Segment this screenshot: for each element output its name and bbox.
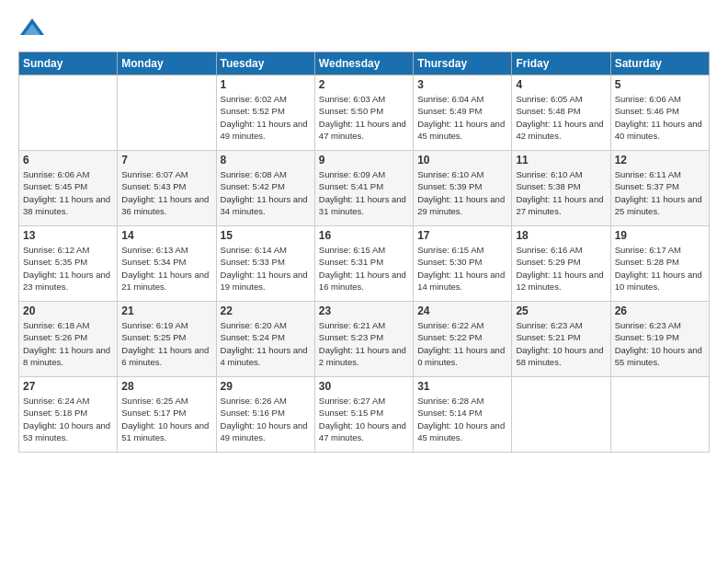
- day-number: 3: [417, 78, 507, 91]
- day-number: 2: [319, 78, 409, 91]
- calendar-cell: 31Sunrise: 6:28 AMSunset: 5:14 PMDayligh…: [414, 377, 512, 453]
- calendar-cell: 16Sunrise: 6:15 AMSunset: 5:31 PMDayligh…: [314, 226, 413, 302]
- logo-icon: [18, 15, 46, 42]
- day-info: Sunrise: 6:14 AMSunset: 5:33 PMDaylight:…: [221, 244, 311, 293]
- day-number: 26: [615, 304, 705, 317]
- calendar-cell: 1Sunrise: 6:02 AMSunset: 5:52 PMDaylight…: [216, 75, 314, 151]
- day-info: Sunrise: 6:05 AMSunset: 5:48 PMDaylight:…: [516, 93, 606, 142]
- day-number: 6: [23, 154, 113, 167]
- day-number: 31: [417, 380, 507, 393]
- day-number: 21: [121, 304, 211, 317]
- calendar-cell: 9Sunrise: 6:09 AMSunset: 5:41 PMDaylight…: [314, 151, 413, 226]
- day-info: Sunrise: 6:11 AMSunset: 5:37 PMDaylight:…: [615, 168, 705, 217]
- col-header-wednesday: Wednesday: [314, 52, 413, 75]
- day-info: Sunrise: 6:10 AMSunset: 5:39 PMDaylight:…: [417, 168, 507, 217]
- day-number: 30: [319, 380, 409, 393]
- calendar-table: SundayMondayTuesdayWednesdayThursdayFrid…: [18, 52, 710, 453]
- calendar-cell: 20Sunrise: 6:18 AMSunset: 5:26 PMDayligh…: [19, 302, 118, 377]
- week-row-3: 13Sunrise: 6:12 AMSunset: 5:35 PMDayligh…: [19, 226, 710, 302]
- day-info: Sunrise: 6:06 AMSunset: 5:46 PMDaylight:…: [615, 93, 705, 142]
- day-info: Sunrise: 6:06 AMSunset: 5:45 PMDaylight:…: [23, 168, 113, 217]
- calendar-cell: 25Sunrise: 6:23 AMSunset: 5:21 PMDayligh…: [512, 302, 610, 377]
- day-info: Sunrise: 6:21 AMSunset: 5:23 PMDaylight:…: [319, 319, 409, 368]
- calendar-cell: 18Sunrise: 6:16 AMSunset: 5:29 PMDayligh…: [512, 226, 610, 302]
- calendar-cell: 12Sunrise: 6:11 AMSunset: 5:37 PMDayligh…: [610, 151, 709, 226]
- calendar-cell: 2Sunrise: 6:03 AMSunset: 5:50 PMDaylight…: [314, 75, 413, 151]
- calendar-cell: 26Sunrise: 6:23 AMSunset: 5:19 PMDayligh…: [610, 302, 709, 377]
- col-header-thursday: Thursday: [414, 52, 512, 75]
- header: [18, 15, 710, 42]
- logo: [18, 15, 50, 42]
- day-number: 23: [319, 304, 409, 317]
- day-info: Sunrise: 6:04 AMSunset: 5:49 PMDaylight:…: [417, 93, 507, 142]
- col-header-friday: Friday: [512, 52, 610, 75]
- day-info: Sunrise: 6:25 AMSunset: 5:17 PMDaylight:…: [121, 395, 211, 443]
- calendar-cell: 11Sunrise: 6:10 AMSunset: 5:38 PMDayligh…: [512, 151, 610, 226]
- calendar-cell: 4Sunrise: 6:05 AMSunset: 5:48 PMDaylight…: [512, 75, 610, 151]
- col-header-tuesday: Tuesday: [216, 52, 314, 75]
- day-number: 22: [221, 304, 311, 317]
- day-number: 8: [221, 154, 311, 167]
- day-info: Sunrise: 6:26 AMSunset: 5:16 PMDaylight:…: [221, 395, 311, 443]
- day-number: 17: [417, 229, 507, 242]
- day-info: Sunrise: 6:08 AMSunset: 5:42 PMDaylight:…: [221, 168, 311, 217]
- day-number: 12: [615, 154, 705, 167]
- calendar-cell: 3Sunrise: 6:04 AMSunset: 5:49 PMDaylight…: [414, 75, 512, 151]
- day-info: Sunrise: 6:18 AMSunset: 5:26 PMDaylight:…: [23, 319, 113, 368]
- day-info: Sunrise: 6:07 AMSunset: 5:43 PMDaylight:…: [121, 168, 211, 217]
- calendar-cell: 7Sunrise: 6:07 AMSunset: 5:43 PMDaylight…: [118, 151, 216, 226]
- day-info: Sunrise: 6:17 AMSunset: 5:28 PMDaylight:…: [615, 244, 705, 293]
- day-number: 29: [221, 380, 311, 393]
- calendar-cell: 30Sunrise: 6:27 AMSunset: 5:15 PMDayligh…: [314, 377, 413, 453]
- calendar-cell: 15Sunrise: 6:14 AMSunset: 5:33 PMDayligh…: [216, 226, 314, 302]
- day-number: 5: [615, 78, 705, 91]
- day-info: Sunrise: 6:19 AMSunset: 5:25 PMDaylight:…: [121, 319, 211, 368]
- day-info: Sunrise: 6:27 AMSunset: 5:15 PMDaylight:…: [319, 395, 409, 443]
- col-header-saturday: Saturday: [610, 52, 709, 75]
- day-info: Sunrise: 6:20 AMSunset: 5:24 PMDaylight:…: [221, 319, 311, 368]
- week-row-1: 1Sunrise: 6:02 AMSunset: 5:52 PMDaylight…: [19, 75, 710, 151]
- calendar-cell: [118, 75, 216, 151]
- day-info: Sunrise: 6:28 AMSunset: 5:14 PMDaylight:…: [417, 395, 507, 443]
- day-number: 9: [319, 154, 409, 167]
- day-number: 7: [121, 154, 211, 167]
- calendar-cell: 29Sunrise: 6:26 AMSunset: 5:16 PMDayligh…: [216, 377, 314, 453]
- calendar-cell: 17Sunrise: 6:15 AMSunset: 5:30 PMDayligh…: [414, 226, 512, 302]
- day-info: Sunrise: 6:15 AMSunset: 5:30 PMDaylight:…: [417, 244, 507, 293]
- calendar-cell: 19Sunrise: 6:17 AMSunset: 5:28 PMDayligh…: [610, 226, 709, 302]
- day-number: 18: [516, 229, 606, 242]
- calendar-cell: 10Sunrise: 6:10 AMSunset: 5:39 PMDayligh…: [414, 151, 512, 226]
- calendar-cell: 8Sunrise: 6:08 AMSunset: 5:42 PMDaylight…: [216, 151, 314, 226]
- day-number: 19: [615, 229, 705, 242]
- day-number: 25: [516, 304, 606, 317]
- day-info: Sunrise: 6:12 AMSunset: 5:35 PMDaylight:…: [23, 244, 113, 293]
- col-header-sunday: Sunday: [19, 52, 118, 75]
- page: SundayMondayTuesdayWednesdayThursdayFrid…: [0, 0, 728, 462]
- calendar-cell: 27Sunrise: 6:24 AMSunset: 5:18 PMDayligh…: [19, 377, 118, 453]
- day-number: 13: [23, 229, 113, 242]
- calendar-cell: 5Sunrise: 6:06 AMSunset: 5:46 PMDaylight…: [610, 75, 709, 151]
- day-info: Sunrise: 6:03 AMSunset: 5:50 PMDaylight:…: [319, 93, 409, 142]
- calendar-cell: [512, 377, 610, 453]
- day-info: Sunrise: 6:23 AMSunset: 5:19 PMDaylight:…: [615, 319, 705, 368]
- header-row: SundayMondayTuesdayWednesdayThursdayFrid…: [19, 52, 710, 75]
- day-info: Sunrise: 6:02 AMSunset: 5:52 PMDaylight:…: [221, 93, 311, 142]
- day-info: Sunrise: 6:16 AMSunset: 5:29 PMDaylight:…: [516, 244, 606, 293]
- calendar-cell: 21Sunrise: 6:19 AMSunset: 5:25 PMDayligh…: [118, 302, 216, 377]
- day-number: 16: [319, 229, 409, 242]
- day-number: 1: [221, 78, 311, 91]
- calendar-cell: [19, 75, 118, 151]
- calendar-cell: 23Sunrise: 6:21 AMSunset: 5:23 PMDayligh…: [314, 302, 413, 377]
- calendar-cell: 24Sunrise: 6:22 AMSunset: 5:22 PMDayligh…: [414, 302, 512, 377]
- day-number: 28: [121, 380, 211, 393]
- week-row-2: 6Sunrise: 6:06 AMSunset: 5:45 PMDaylight…: [19, 151, 710, 226]
- week-row-5: 27Sunrise: 6:24 AMSunset: 5:18 PMDayligh…: [19, 377, 710, 453]
- day-number: 11: [516, 154, 606, 167]
- calendar-cell: 28Sunrise: 6:25 AMSunset: 5:17 PMDayligh…: [118, 377, 216, 453]
- day-info: Sunrise: 6:09 AMSunset: 5:41 PMDaylight:…: [319, 168, 409, 217]
- day-number: 27: [23, 380, 113, 393]
- day-number: 15: [221, 229, 311, 242]
- col-header-monday: Monday: [118, 52, 216, 75]
- calendar-cell: [610, 377, 709, 453]
- day-number: 10: [417, 154, 507, 167]
